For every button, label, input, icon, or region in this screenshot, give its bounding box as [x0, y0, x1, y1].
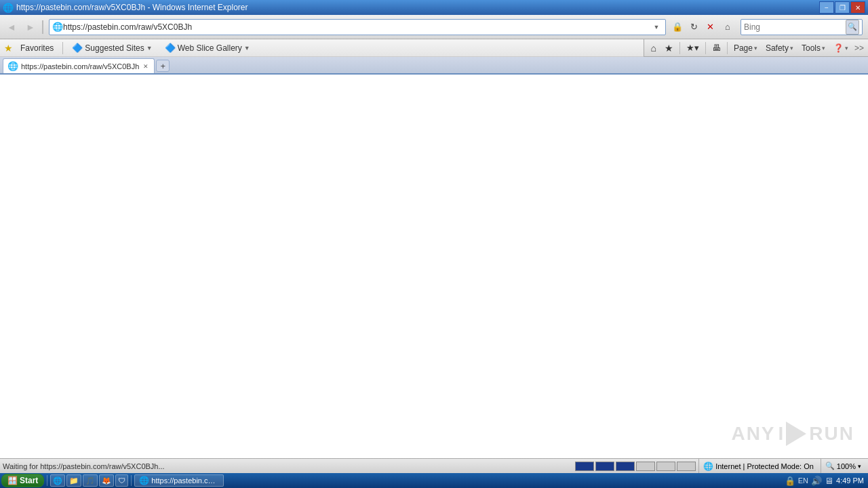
tab-toolbar-right: ⌂ ★ ★▾ 🖶 Page ▾ Safety ▾ Tools ▾ ❓ ▾ >>: [644, 39, 868, 57]
address-bar-container: 🌐 ▼: [49, 19, 666, 35]
page-dropdown-arrow: ▾: [754, 45, 757, 52]
start-windows-icon: 🪟: [7, 476, 18, 485]
watermark-run: RUN: [809, 423, 854, 445]
window-controls: − ❐ ✕: [819, 1, 865, 14]
print-button[interactable]: 🖶: [709, 41, 724, 56]
home-toolbar-button[interactable]: ⌂: [647, 41, 659, 56]
tray-icon-lock: 🔒: [785, 476, 795, 486]
star-icon: ★: [4, 43, 13, 54]
web-slice-gallery-label: Web Slice Gallery: [178, 43, 242, 53]
lock-icon: 🔒: [670, 20, 685, 35]
help-icon: ❓: [833, 43, 844, 53]
toolbar-expand-button[interactable]: >>: [853, 43, 865, 53]
web-slice-dropdown-arrow: ▼: [244, 45, 250, 52]
safety-dropdown-arrow: ▾: [790, 45, 793, 52]
restore-button[interactable]: ❐: [835, 1, 850, 14]
progress-segment-5: [656, 462, 675, 471]
safety-button-label: Safety: [766, 43, 789, 53]
progress-segment-2: [595, 462, 614, 471]
tab-bar: 🌐 https://pastebin.com/raw/v5XC0BJh ✕ + …: [0, 57, 868, 75]
favorites-center-button[interactable]: ★: [661, 41, 677, 56]
safety-button[interactable]: Safety ▾: [762, 41, 797, 56]
zoom-icon: 🔍: [825, 462, 835, 470]
progress-segment-6: [677, 462, 696, 471]
suggested-sites-label: Suggested Sites: [85, 43, 144, 53]
taskbar-ie-icon: 🌐: [139, 476, 149, 485]
active-window-taskbar[interactable]: 🌐 https://pastebin.com...: [134, 474, 224, 487]
search-input[interactable]: [744, 22, 846, 32]
address-bar-favicon: 🌐: [52, 22, 63, 32]
nav-separator-1: [42, 20, 43, 34]
home-button[interactable]: ⌂: [719, 18, 736, 37]
search-button[interactable]: 🔍: [846, 20, 859, 35]
clock-time: 4:49 PM: [836, 476, 864, 485]
page-button[interactable]: Page ▾: [730, 41, 761, 56]
status-text: Waiting for https://pastebin.com/raw/v5X…: [3, 462, 572, 470]
address-dropdown-button[interactable]: ▼: [650, 20, 663, 35]
nav-toolbar: ◄ ► 🌐 ▼ 🔒 ↻ ✕ ⌂ 🔍: [0, 15, 868, 39]
favorites-label: Favorites: [20, 43, 54, 53]
watermark-separator: I: [778, 423, 784, 445]
security-zone: 🌐 Internet | Protected Mode: On: [698, 459, 818, 473]
zoom-control[interactable]: 🔍 100% ▾: [821, 459, 865, 473]
taskbar: 🪟 Start 🌐 📁 🎵 🦊 🛡 🌐 https://pastebin.com…: [0, 473, 868, 488]
tools-button[interactable]: Tools ▾: [798, 41, 829, 56]
tab-close-button[interactable]: ✕: [143, 63, 149, 70]
title-bar-icon: 🌐: [3, 3, 14, 13]
tools-button-label: Tools: [802, 43, 821, 53]
minimize-button[interactable]: −: [819, 1, 834, 14]
web-slice-gallery-button[interactable]: 🔷 Web Slice Gallery ▼: [160, 41, 255, 55]
taskbar-right-area: 🔒 EN 🔊 🖥 4:49 PM: [782, 476, 867, 486]
browser-tab[interactable]: 🌐 https://pastebin.com/raw/v5XC0BJh ✕: [3, 58, 155, 73]
zoom-level: 100%: [837, 462, 856, 470]
tray-icon-speaker: 🔊: [811, 476, 822, 486]
ie-quicklaunch-icon[interactable]: 🌐: [50, 474, 65, 487]
content-area: ANY I RUN: [0, 75, 868, 473]
address-input[interactable]: [63, 22, 650, 32]
start-label: Start: [20, 476, 38, 485]
suggested-sites-dropdown-arrow: ▼: [146, 45, 153, 52]
forward-button[interactable]: ►: [22, 18, 39, 37]
start-button[interactable]: 🪟 Start: [1, 474, 44, 487]
progress-segment-1: [575, 462, 594, 471]
internet-icon: 🌐: [703, 462, 713, 471]
help-dropdown-arrow: ▾: [845, 45, 848, 52]
fav-separator: [62, 42, 63, 54]
tray-icon-network: 🖥: [825, 476, 833, 486]
favorites-button[interactable]: Favorites: [16, 41, 58, 55]
taskbar-separator-2: [131, 475, 132, 486]
antivirus-quicklaunch-icon[interactable]: 🛡: [115, 474, 128, 487]
watermark-play-icon: [786, 422, 806, 446]
stop-button[interactable]: ✕: [703, 20, 717, 35]
suggested-sites-icon: 🔷: [72, 43, 83, 53]
watermark-text: ANY: [731, 423, 775, 445]
progress-bar: [575, 462, 696, 471]
tools-dropdown-arrow: ▾: [822, 45, 825, 52]
add-to-favorites-button[interactable]: ★▾: [683, 41, 703, 56]
firefox-quicklaunch-icon[interactable]: 🦊: [99, 474, 114, 487]
new-tab-button[interactable]: +: [156, 60, 170, 72]
search-container: 🔍: [741, 19, 863, 35]
back-button[interactable]: ◄: [3, 18, 20, 37]
page-button-label: Page: [734, 43, 753, 53]
web-slice-icon: 🔷: [165, 43, 176, 53]
progress-segment-3: [616, 462, 635, 471]
suggested-sites-button[interactable]: 🔷 Suggested Sites ▼: [67, 41, 157, 55]
taskbar-separator-1: [47, 475, 47, 486]
status-bar: Waiting for https://pastebin.com/raw/v5X…: [0, 458, 868, 473]
close-button[interactable]: ✕: [850, 1, 865, 14]
folder-quicklaunch-icon[interactable]: 📁: [66, 474, 81, 487]
media-quicklaunch-icon[interactable]: 🎵: [83, 474, 98, 487]
taskbar-window-title: https://pastebin.com...: [151, 476, 219, 485]
zoom-dropdown-arrow: ▾: [858, 463, 861, 470]
tray-icon-lang: EN: [798, 476, 808, 485]
zone-label: Internet | Protected Mode: On: [715, 462, 814, 470]
help-button[interactable]: ❓ ▾: [830, 41, 852, 56]
tab-favicon: 🌐: [7, 61, 18, 71]
title-bar-text: https://pastebin.com/raw/v5XC0BJh - Wind…: [16, 3, 819, 12]
tab-title: https://pastebin.com/raw/v5XC0BJh: [21, 62, 139, 70]
refresh-button[interactable]: ↻: [686, 20, 701, 35]
title-bar: 🌐 https://pastebin.com/raw/v5XC0BJh - Wi…: [0, 0, 868, 15]
system-clock: 4:49 PM: [836, 476, 864, 485]
progress-segment-4: [636, 462, 655, 471]
